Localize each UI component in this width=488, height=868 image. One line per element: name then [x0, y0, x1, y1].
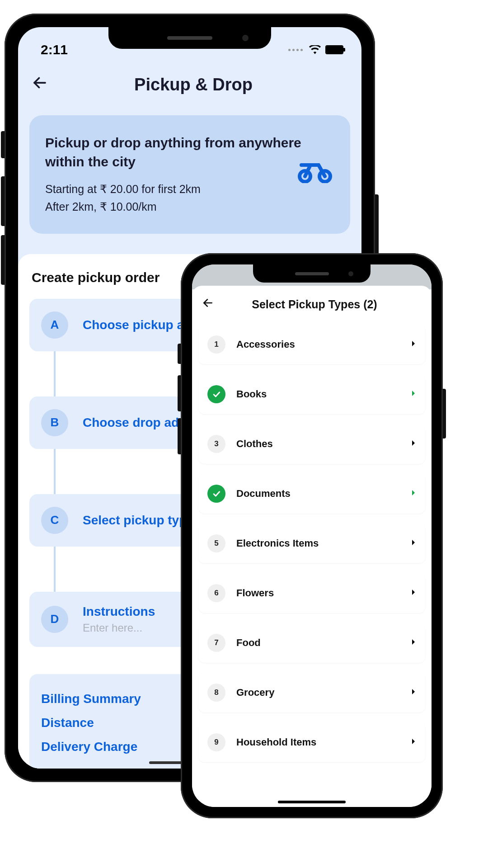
- pickup-type-item[interactable]: Books: [198, 374, 425, 414]
- pickup-type-item[interactable]: 7Food: [198, 623, 425, 663]
- chevron-right-icon: [411, 439, 416, 448]
- info-subtitle: Starting at ₹ 20.00 for first 2km After …: [45, 180, 334, 216]
- pickup-type-item[interactable]: 9Household Items: [198, 722, 425, 762]
- chevron-right-icon: [411, 539, 416, 548]
- type-index-badge: 7: [207, 634, 225, 652]
- back-arrow-icon[interactable]: [202, 297, 214, 312]
- phone-device-front: Select Pickup Types (2) 1AccessoriesBook…: [181, 253, 443, 818]
- wifi-icon: [309, 45, 321, 54]
- step-letter: D: [41, 606, 68, 633]
- side-button: [1, 235, 5, 285]
- step-placeholder: Enter here...: [83, 622, 155, 634]
- pickup-type-item[interactable]: 1Accessories: [198, 325, 425, 364]
- front-camera: [242, 35, 249, 41]
- type-index-badge: 1: [207, 335, 225, 354]
- step-letter: C: [41, 507, 68, 534]
- chevron-right-icon: [411, 638, 416, 647]
- step-connector: [54, 449, 56, 494]
- pricing-info-card: Pickup or drop anything from anywhere wi…: [29, 115, 350, 234]
- side-button: [178, 344, 181, 364]
- speaker-grill: [167, 36, 212, 40]
- type-label: Books: [236, 388, 400, 400]
- type-label: Electronics Items: [236, 538, 400, 549]
- side-button: [178, 418, 181, 454]
- notch: [108, 27, 271, 49]
- step-letter: A: [41, 311, 68, 339]
- chevron-right-icon: [411, 688, 416, 697]
- check-icon: [207, 385, 225, 403]
- chevron-right-icon: [411, 738, 416, 747]
- home-indicator: [278, 801, 346, 803]
- type-label: Grocery: [236, 687, 400, 698]
- step-label: Select pickup type: [83, 513, 194, 528]
- type-index-badge: 8: [207, 684, 225, 702]
- type-label: Accessories: [236, 339, 400, 350]
- signal-dots-icon: [288, 49, 303, 51]
- pickup-types-sheet: Select Pickup Types (2) 1AccessoriesBook…: [192, 286, 432, 807]
- type-label: Documents: [236, 488, 400, 500]
- pickup-type-item[interactable]: 5Electronics Items: [198, 524, 425, 563]
- pickup-type-item[interactable]: 8Grocery: [198, 673, 425, 712]
- info-line2: After 2km, ₹ 10.00/km: [45, 198, 334, 216]
- page-title: Pickup & Drop: [57, 75, 330, 94]
- chevron-right-icon: [411, 340, 416, 349]
- chevron-right-icon: [411, 489, 416, 498]
- side-button: [375, 194, 379, 262]
- screen-front: Select Pickup Types (2) 1AccessoriesBook…: [192, 264, 432, 807]
- side-button: [443, 389, 446, 439]
- type-index-badge: 6: [207, 584, 225, 602]
- status-icons: [288, 45, 343, 54]
- type-label: Clothes: [236, 438, 400, 450]
- side-button: [178, 375, 181, 411]
- info-title: Pickup or drop anything from anywhere wi…: [45, 133, 334, 171]
- pickup-type-item[interactable]: 3Clothes: [198, 424, 425, 464]
- sheet-header: Select Pickup Types (2): [192, 286, 432, 325]
- chevron-right-icon: [411, 589, 416, 598]
- step-connector: [54, 351, 56, 396]
- pickup-type-list[interactable]: 1AccessoriesBooks3ClothesDocuments5Elect…: [192, 325, 432, 807]
- type-label: Flowers: [236, 587, 400, 599]
- sheet-title: Select Pickup Types (2): [219, 298, 410, 311]
- type-label: Household Items: [236, 736, 400, 748]
- type-label: Food: [236, 637, 400, 649]
- status-time: 2:11: [41, 42, 68, 57]
- info-line1: Starting at ₹ 20.00 for first 2km: [45, 180, 334, 198]
- step-connector: [54, 547, 56, 592]
- motorcycle-icon: [297, 158, 333, 185]
- header: Pickup & Drop: [18, 63, 361, 106]
- front-camera: [348, 271, 353, 276]
- notch: [253, 264, 371, 283]
- step-letter: B: [41, 409, 68, 436]
- chevron-right-icon: [411, 390, 416, 399]
- back-arrow-icon[interactable]: [32, 75, 48, 95]
- side-button: [1, 176, 5, 226]
- type-index-badge: 5: [207, 534, 225, 552]
- pickup-type-item[interactable]: Documents: [198, 474, 425, 514]
- step-label: Instructions: [83, 604, 155, 619]
- battery-icon: [325, 45, 343, 54]
- type-index-badge: 9: [207, 733, 225, 751]
- check-icon: [207, 485, 225, 503]
- pickup-type-item[interactable]: 6Flowers: [198, 573, 425, 613]
- side-button: [1, 131, 5, 158]
- speaker-grill: [295, 272, 329, 275]
- type-index-badge: 3: [207, 435, 225, 453]
